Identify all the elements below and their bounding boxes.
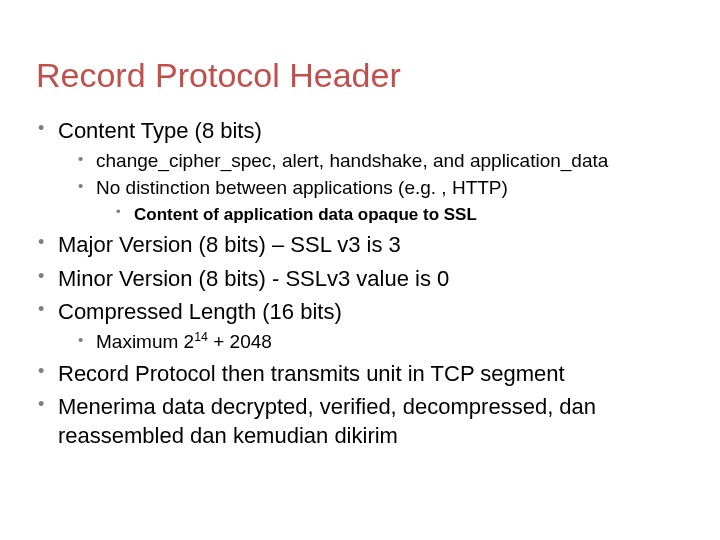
list-item: change_cipher_spec, alert, handshake, an… — [76, 149, 684, 174]
list-item: Major Version (8 bits) – SSL v3 is 3 — [36, 231, 684, 260]
slide: Record Protocol Header Content Type (8 b… — [0, 0, 720, 540]
list-item: Menerima data decrypted, verified, decom… — [36, 393, 684, 450]
bullet-text: change_cipher_spec, alert, handshake, an… — [96, 150, 608, 171]
bullet-text: Menerima data decrypted, verified, decom… — [58, 394, 596, 448]
bullet-subsublist: Content of application data opaque to SS… — [96, 204, 684, 226]
list-item: Minor Version (8 bits) - SSLv3 value is … — [36, 265, 684, 294]
bullet-sublist: Maximum 214 + 2048 — [58, 330, 684, 355]
list-item: Maximum 214 + 2048 — [76, 330, 684, 355]
bullet-text: Compressed Length (16 bits) — [58, 299, 342, 324]
slide-title: Record Protocol Header — [36, 56, 684, 95]
list-item: No distinction between applications (e.g… — [76, 176, 684, 226]
list-item: Record Protocol then transmits unit in T… — [36, 360, 684, 389]
bullet-sublist: change_cipher_spec, alert, handshake, an… — [58, 149, 684, 226]
bullet-text: Maximum 214 + 2048 — [96, 331, 272, 352]
list-item: Compressed Length (16 bits) Maximum 214 … — [36, 298, 684, 354]
list-item: Content Type (8 bits) change_cipher_spec… — [36, 117, 684, 226]
list-item: Content of application data opaque to SS… — [114, 204, 684, 226]
bullet-text: Major Version (8 bits) – SSL v3 is 3 — [58, 232, 401, 257]
bullet-text: No distinction between applications (e.g… — [96, 177, 508, 198]
bullet-text: Content of application data opaque to SS… — [134, 205, 477, 224]
bullet-list: Content Type (8 bits) change_cipher_spec… — [36, 117, 684, 450]
bullet-text: Minor Version (8 bits) - SSLv3 value is … — [58, 266, 449, 291]
bullet-text: Record Protocol then transmits unit in T… — [58, 361, 565, 386]
bullet-text: Content Type (8 bits) — [58, 118, 262, 143]
